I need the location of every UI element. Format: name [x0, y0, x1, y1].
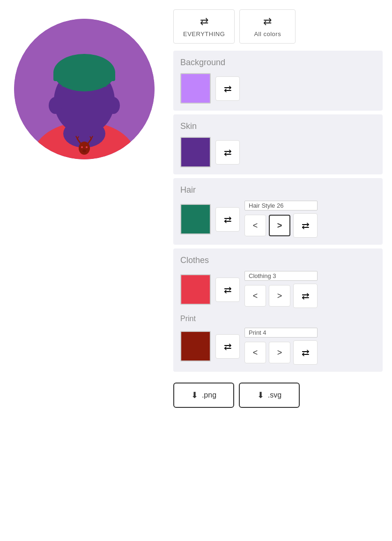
clothes-prev-button[interactable]: < [244, 285, 266, 307]
top-buttons-row: ⇄ EVERYTHING ⇄ All colors [173, 9, 383, 44]
hair-color-swatch[interactable] [180, 204, 211, 234]
controls-section: ⇄ EVERYTHING ⇄ All colors Background ⇄ S… [173, 9, 383, 408]
clothes-color-swatch[interactable] [180, 274, 211, 305]
clothes-style-group: Clothing 3 < > ⇄ [244, 271, 318, 308]
background-shuffle-icon: ⇄ [224, 83, 232, 94]
download-png-icon: ⬇ [191, 390, 198, 400]
background-shuffle-button[interactable]: ⇄ [215, 76, 240, 101]
skin-section: Skin ⇄ [173, 114, 383, 174]
skin-title: Skin [180, 121, 376, 131]
download-buttons-row: ⬇ .png ⬇ .svg [173, 383, 383, 408]
background-row: ⇄ [180, 73, 376, 104]
hair-style-shuffle-button[interactable]: ⇄ [293, 213, 318, 238]
clothes-section: Clothes ⇄ Clothing 3 < > ⇄ [173, 248, 383, 372]
clothes-next-button[interactable]: > [269, 285, 290, 307]
all-colors-label: All colors [254, 30, 281, 38]
print-title: Print [180, 315, 376, 323]
svg-point-12 [82, 150, 86, 152]
print-color-swatch[interactable] [180, 331, 211, 361]
clothes-shuffle-button[interactable]: ⇄ [215, 278, 240, 302]
skin-row: ⇄ [180, 137, 376, 167]
download-svg-button[interactable]: ⬇ .svg [239, 383, 300, 408]
skin-shuffle-icon: ⇄ [224, 147, 232, 158]
background-section: Background ⇄ [173, 51, 383, 111]
clothes-shuffle-icon: ⇄ [224, 284, 232, 295]
randomize-everything-button[interactable]: ⇄ EVERYTHING [173, 9, 235, 44]
shuffle-colors-icon: ⇄ [263, 15, 272, 28]
print-shuffle-button[interactable]: ⇄ [215, 334, 240, 359]
download-png-button[interactable]: ⬇ .png [173, 383, 234, 408]
hair-section: Hair ⇄ Hair Style 26 < > ⇄ [173, 178, 383, 245]
svg-point-18 [107, 97, 120, 114]
print-next-button[interactable]: > [269, 342, 290, 363]
hair-style-label: Hair Style 26 [244, 201, 318, 210]
print-style-shuffle-button[interactable]: ⇄ [293, 340, 318, 365]
everything-label: EVERYTHING [183, 30, 225, 38]
hair-shuffle-icon: ⇄ [224, 214, 232, 225]
randomize-colors-button[interactable]: ⇄ All colors [239, 9, 296, 44]
clothes-row: ⇄ Clothing 3 < > ⇄ [180, 271, 376, 308]
svg-point-11 [86, 146, 88, 148]
avatar-svg [14, 19, 155, 159]
shuffle-everything-icon: ⇄ [200, 15, 208, 28]
clothes-style-nav: < > ⇄ [244, 284, 318, 308]
clothes-style-shuffle-icon: ⇄ [302, 290, 310, 301]
avatar-circle [14, 19, 155, 159]
skin-color-swatch[interactable] [180, 137, 211, 167]
clothes-title: Clothes [180, 255, 376, 265]
hair-next-button[interactable]: > [269, 215, 290, 236]
svg-label: .svg [268, 391, 281, 399]
print-style-group: Print 4 < > ⇄ [244, 328, 318, 365]
print-subsection: Print ⇄ Print 4 < > ⇄ [180, 315, 376, 365]
hair-shuffle-button[interactable]: ⇄ [215, 207, 240, 232]
print-style-label: Print 4 [244, 328, 318, 338]
background-title: Background [180, 58, 376, 68]
background-color-swatch[interactable] [180, 73, 211, 104]
print-style-nav: < > ⇄ [244, 340, 318, 365]
print-style-shuffle-icon: ⇄ [302, 347, 310, 358]
hair-prev-button[interactable]: < [244, 215, 266, 236]
print-shuffle-icon: ⇄ [224, 341, 232, 352]
hair-style-nav: < > ⇄ [244, 213, 318, 238]
hair-row: ⇄ Hair Style 26 < > ⇄ [180, 201, 376, 238]
hair-title: Hair [180, 185, 376, 195]
png-label: .png [202, 391, 216, 399]
clothes-style-shuffle-button[interactable]: ⇄ [293, 284, 318, 308]
print-row: ⇄ Print 4 < > ⇄ [180, 328, 376, 365]
download-svg-icon: ⬇ [257, 390, 264, 400]
svg-point-17 [49, 97, 62, 114]
svg-point-10 [81, 146, 83, 148]
skin-shuffle-button[interactable]: ⇄ [215, 140, 240, 165]
hair-style-shuffle-icon: ⇄ [302, 220, 310, 231]
hair-style-group: Hair Style 26 < > ⇄ [244, 201, 318, 238]
clothing-style-label: Clothing 3 [244, 271, 318, 281]
print-prev-button[interactable]: < [244, 342, 266, 363]
avatar-section [9, 9, 159, 159]
